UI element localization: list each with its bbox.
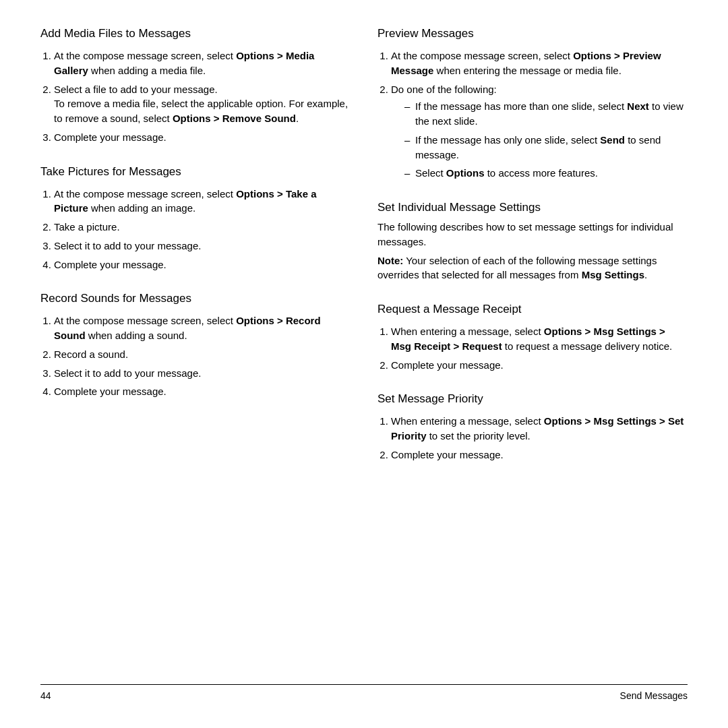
request-receipt-list: When entering a message, select Options … — [391, 324, 688, 376]
left-column: Add Media Files to Messages At the compo… — [40, 27, 351, 684]
right-column: Preview Messages At the compose message … — [377, 27, 688, 684]
section-title-take-pictures: Take Pictures for Messages — [40, 165, 351, 179]
section-title-set-individual: Set Individual Message Settings — [377, 201, 688, 214]
section-title-set-priority: Set Message Priority — [377, 392, 688, 406]
content-area: Add Media Files to Messages At the compo… — [40, 27, 688, 684]
footer: 44 Send Messages — [40, 684, 688, 701]
list-item: Take a picture. — [54, 220, 351, 235]
list-item: If the message has only one slide, selec… — [404, 133, 688, 162]
section-title-record-sounds: Record Sounds for Messages — [40, 292, 351, 305]
section-set-individual: Set Individual Message Settings The foll… — [377, 201, 688, 286]
section-take-pictures: Take Pictures for Messages At the compos… — [40, 165, 351, 276]
list-item: Select it to add to your message. — [54, 239, 351, 253]
page: Add Media Files to Messages At the compo… — [0, 0, 728, 728]
footer-section-name: Send Messages — [620, 690, 688, 701]
section-set-priority: Set Message Priority When entering a mes… — [377, 392, 688, 466]
add-media-list: At the compose message screen, select Op… — [54, 49, 351, 149]
list-item: Complete your message. — [54, 384, 351, 399]
preview-messages-list: At the compose message screen, select Op… — [391, 49, 688, 185]
list-item: Complete your message. — [54, 257, 351, 272]
section-title-preview-messages: Preview Messages — [377, 27, 688, 40]
list-item: At the compose message screen, select Op… — [54, 49, 351, 78]
list-item: Complete your message. — [54, 130, 351, 145]
section-add-media: Add Media Files to Messages At the compo… — [40, 27, 351, 149]
list-item: Complete your message. — [391, 358, 688, 373]
list-item: When entering a message, select Options … — [391, 414, 688, 444]
list-item: Select a file to add to your message. To… — [54, 82, 351, 126]
list-item: At the compose message screen, select Op… — [391, 49, 688, 78]
set-individual-note: Note: Your selection of each of the foll… — [377, 253, 688, 283]
list-item: Record a sound. — [54, 347, 351, 362]
set-priority-list: When entering a message, select Options … — [391, 414, 688, 466]
list-item: Do one of the following: If the message … — [391, 82, 688, 181]
sub-list: If the message has more than one slide, … — [404, 99, 688, 181]
footer-page-number: 44 — [40, 690, 51, 701]
list-item: Complete your message. — [391, 448, 688, 462]
set-individual-body: The following describes how to set messa… — [377, 220, 688, 249]
list-item: When entering a message, select Options … — [391, 324, 688, 354]
record-sounds-list: At the compose message screen, select Op… — [54, 313, 351, 403]
take-pictures-list: At the compose message screen, select Op… — [54, 187, 351, 276]
list-item: At the compose message screen, select Op… — [54, 187, 351, 216]
section-record-sounds: Record Sounds for Messages At the compos… — [40, 292, 351, 403]
section-title-add-media: Add Media Files to Messages — [40, 27, 351, 40]
section-title-request-receipt: Request a Message Receipt — [377, 303, 688, 316]
list-item: If the message has more than one slide, … — [404, 99, 688, 129]
list-item: Select it to add to your message. — [54, 366, 351, 381]
list-item: At the compose message screen, select Op… — [54, 313, 351, 343]
section-preview-messages: Preview Messages At the compose message … — [377, 27, 688, 185]
section-request-receipt: Request a Message Receipt When entering … — [377, 303, 688, 376]
list-item: Select Options to access more features. — [404, 166, 688, 181]
